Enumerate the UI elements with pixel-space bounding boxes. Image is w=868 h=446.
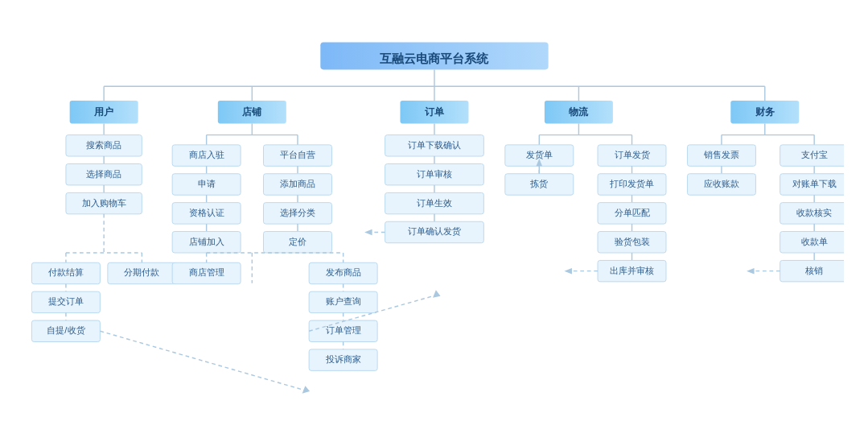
cat-order-label: 订单 [425, 106, 445, 118]
item-order-confirm-ship-label: 订单确认发货 [408, 227, 461, 237]
item-accounts-recv-label: 应收账款 [704, 179, 739, 188]
svg-marker-66 [747, 268, 754, 275]
item-publish-goods-label: 发布商品 [326, 267, 361, 277]
item-ship-order-label: 发货单 [526, 150, 553, 159]
svg-marker-32 [433, 290, 440, 297]
item-merchant-join-label: 商店入驻 [189, 150, 224, 159]
item-payment-label: 付款结算 [48, 267, 84, 277]
item-receipt-label: 收款单 [801, 237, 828, 246]
item-pickup-label: 自提/收货 [47, 325, 84, 335]
svg-line-12 [100, 331, 305, 390]
item-shop-manage-label: 商店管理 [189, 267, 224, 277]
item-writeoff-label: 核销 [804, 266, 823, 275]
item-print-slip-label: 打印发货单 [609, 179, 654, 188]
item-shop-join-label: 店铺加入 [189, 237, 224, 246]
item-payment-verify-label: 收款核实 [796, 208, 832, 217]
diagram-container: 互融云电商平台系统 用户 搜索商品 选择商品 加入购物车 付款结算 [24, 16, 844, 446]
root-title: 互融云电商平台系统 [380, 52, 489, 65]
svg-marker-40 [364, 229, 372, 236]
cat-finance-label: 财务 [755, 106, 775, 118]
item-inspect-pack-label: 验货包装 [615, 237, 650, 246]
item-order-manage-label: 订单管理 [326, 325, 361, 335]
item-self-operated-label: 平台自营 [280, 150, 315, 159]
cat-logistics-label: 物流 [568, 106, 589, 118]
item-sales-invoice-label: 销售发票 [703, 150, 739, 159]
item-select-category-label: 选择分类 [280, 208, 315, 217]
item-order-review-label: 订单审核 [417, 169, 452, 179]
item-installment-label: 分期付款 [124, 267, 159, 277]
item-statement-download-label: 对账单下载 [792, 179, 837, 188]
item-add-cart-label: 加入购物车 [82, 198, 126, 208]
item-account-query-label: 账户查询 [326, 296, 361, 306]
svg-marker-54 [564, 268, 571, 275]
item-search-goods-label: 搜索商品 [86, 140, 121, 150]
item-select-goods-label: 选择商品 [86, 169, 121, 179]
item-qualification-label: 资格认证 [189, 208, 224, 217]
item-split-match-label: 分单匹配 [615, 208, 650, 217]
cat-shop-label: 店铺 [241, 106, 262, 118]
item-add-goods-label: 添加商品 [280, 179, 315, 188]
item-order-effective-label: 订单生效 [417, 198, 452, 208]
item-apply-label: 申请 [198, 179, 216, 188]
cat-user-label: 用户 [93, 106, 113, 118]
item-pick-goods-label: 拣货 [529, 179, 548, 188]
svg-marker-13 [302, 386, 310, 393]
item-alipay-label: 支付宝 [801, 150, 828, 159]
item-order-ship-label: 订单发货 [615, 150, 650, 159]
item-complaint-label: 投诉商家 [325, 354, 361, 364]
item-order-download-label: 订单下载确认 [408, 140, 461, 150]
item-outbound-review-label: 出库并审核 [610, 266, 654, 275]
item-pricing-label: 定价 [289, 237, 306, 246]
item-submit-order-label: 提交订单 [48, 296, 84, 306]
